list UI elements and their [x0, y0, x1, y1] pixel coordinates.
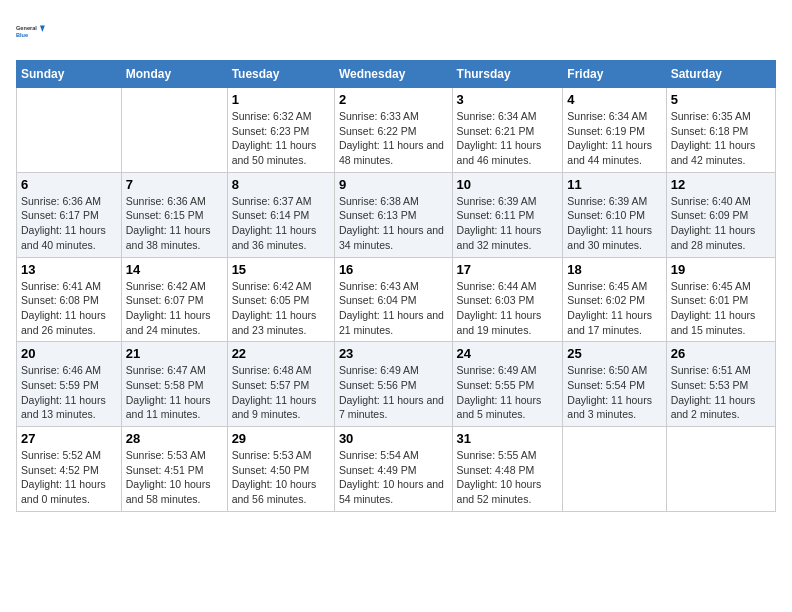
day-cell: 2Sunrise: 6:33 AM Sunset: 6:22 PM Daylig… — [334, 88, 452, 173]
day-number: 12 — [671, 177, 771, 192]
day-info: Sunrise: 5:55 AM Sunset: 4:48 PM Dayligh… — [457, 448, 559, 507]
day-info: Sunrise: 6:42 AM Sunset: 6:05 PM Dayligh… — [232, 279, 330, 338]
day-cell — [17, 88, 122, 173]
day-number: 31 — [457, 431, 559, 446]
day-cell: 31Sunrise: 5:55 AM Sunset: 4:48 PM Dayli… — [452, 427, 563, 512]
day-cell: 6Sunrise: 6:36 AM Sunset: 6:17 PM Daylig… — [17, 172, 122, 257]
day-cell — [563, 427, 666, 512]
day-cell: 8Sunrise: 6:37 AM Sunset: 6:14 PM Daylig… — [227, 172, 334, 257]
day-info: Sunrise: 6:49 AM Sunset: 5:55 PM Dayligh… — [457, 363, 559, 422]
day-number: 19 — [671, 262, 771, 277]
day-cell: 29Sunrise: 5:53 AM Sunset: 4:50 PM Dayli… — [227, 427, 334, 512]
column-header-thursday: Thursday — [452, 61, 563, 88]
day-info: Sunrise: 6:50 AM Sunset: 5:54 PM Dayligh… — [567, 363, 661, 422]
day-number: 11 — [567, 177, 661, 192]
day-number: 16 — [339, 262, 448, 277]
day-cell: 21Sunrise: 6:47 AM Sunset: 5:58 PM Dayli… — [121, 342, 227, 427]
svg-text:Blue: Blue — [16, 32, 28, 38]
day-number: 3 — [457, 92, 559, 107]
day-number: 27 — [21, 431, 117, 446]
day-number: 15 — [232, 262, 330, 277]
page-header: GeneralBlue — [16, 16, 776, 48]
calendar-header-row: SundayMondayTuesdayWednesdayThursdayFrid… — [17, 61, 776, 88]
day-info: Sunrise: 6:43 AM Sunset: 6:04 PM Dayligh… — [339, 279, 448, 338]
day-info: Sunrise: 6:45 AM Sunset: 6:01 PM Dayligh… — [671, 279, 771, 338]
day-cell: 27Sunrise: 5:52 AM Sunset: 4:52 PM Dayli… — [17, 427, 122, 512]
day-cell: 3Sunrise: 6:34 AM Sunset: 6:21 PM Daylig… — [452, 88, 563, 173]
day-info: Sunrise: 6:48 AM Sunset: 5:57 PM Dayligh… — [232, 363, 330, 422]
day-number: 30 — [339, 431, 448, 446]
day-cell — [121, 88, 227, 173]
day-info: Sunrise: 6:38 AM Sunset: 6:13 PM Dayligh… — [339, 194, 448, 253]
day-info: Sunrise: 6:39 AM Sunset: 6:10 PM Dayligh… — [567, 194, 661, 253]
day-info: Sunrise: 6:34 AM Sunset: 6:21 PM Dayligh… — [457, 109, 559, 168]
column-header-friday: Friday — [563, 61, 666, 88]
day-number: 23 — [339, 346, 448, 361]
day-number: 13 — [21, 262, 117, 277]
column-header-saturday: Saturday — [666, 61, 775, 88]
week-row-5: 27Sunrise: 5:52 AM Sunset: 4:52 PM Dayli… — [17, 427, 776, 512]
day-number: 5 — [671, 92, 771, 107]
day-number: 4 — [567, 92, 661, 107]
day-info: Sunrise: 6:37 AM Sunset: 6:14 PM Dayligh… — [232, 194, 330, 253]
day-info: Sunrise: 6:32 AM Sunset: 6:23 PM Dayligh… — [232, 109, 330, 168]
day-info: Sunrise: 6:42 AM Sunset: 6:07 PM Dayligh… — [126, 279, 223, 338]
day-cell: 9Sunrise: 6:38 AM Sunset: 6:13 PM Daylig… — [334, 172, 452, 257]
day-number: 22 — [232, 346, 330, 361]
column-header-monday: Monday — [121, 61, 227, 88]
day-cell: 20Sunrise: 6:46 AM Sunset: 5:59 PM Dayli… — [17, 342, 122, 427]
day-cell: 7Sunrise: 6:36 AM Sunset: 6:15 PM Daylig… — [121, 172, 227, 257]
day-info: Sunrise: 6:49 AM Sunset: 5:56 PM Dayligh… — [339, 363, 448, 422]
day-info: Sunrise: 6:51 AM Sunset: 5:53 PM Dayligh… — [671, 363, 771, 422]
day-number: 9 — [339, 177, 448, 192]
svg-marker-2 — [40, 26, 45, 32]
day-info: Sunrise: 6:34 AM Sunset: 6:19 PM Dayligh… — [567, 109, 661, 168]
day-number: 14 — [126, 262, 223, 277]
day-cell: 22Sunrise: 6:48 AM Sunset: 5:57 PM Dayli… — [227, 342, 334, 427]
day-cell: 11Sunrise: 6:39 AM Sunset: 6:10 PM Dayli… — [563, 172, 666, 257]
day-info: Sunrise: 6:40 AM Sunset: 6:09 PM Dayligh… — [671, 194, 771, 253]
day-info: Sunrise: 6:35 AM Sunset: 6:18 PM Dayligh… — [671, 109, 771, 168]
day-info: Sunrise: 6:36 AM Sunset: 6:17 PM Dayligh… — [21, 194, 117, 253]
column-header-sunday: Sunday — [17, 61, 122, 88]
day-cell: 15Sunrise: 6:42 AM Sunset: 6:05 PM Dayli… — [227, 257, 334, 342]
logo: GeneralBlue — [16, 16, 48, 48]
day-info: Sunrise: 5:53 AM Sunset: 4:50 PM Dayligh… — [232, 448, 330, 507]
day-number: 28 — [126, 431, 223, 446]
day-cell: 17Sunrise: 6:44 AM Sunset: 6:03 PM Dayli… — [452, 257, 563, 342]
day-cell: 4Sunrise: 6:34 AM Sunset: 6:19 PM Daylig… — [563, 88, 666, 173]
day-info: Sunrise: 6:41 AM Sunset: 6:08 PM Dayligh… — [21, 279, 117, 338]
column-header-wednesday: Wednesday — [334, 61, 452, 88]
day-cell: 18Sunrise: 6:45 AM Sunset: 6:02 PM Dayli… — [563, 257, 666, 342]
day-info: Sunrise: 6:39 AM Sunset: 6:11 PM Dayligh… — [457, 194, 559, 253]
day-info: Sunrise: 6:33 AM Sunset: 6:22 PM Dayligh… — [339, 109, 448, 168]
day-cell: 13Sunrise: 6:41 AM Sunset: 6:08 PM Dayli… — [17, 257, 122, 342]
day-cell: 19Sunrise: 6:45 AM Sunset: 6:01 PM Dayli… — [666, 257, 775, 342]
day-cell: 16Sunrise: 6:43 AM Sunset: 6:04 PM Dayli… — [334, 257, 452, 342]
day-number: 2 — [339, 92, 448, 107]
week-row-4: 20Sunrise: 6:46 AM Sunset: 5:59 PM Dayli… — [17, 342, 776, 427]
day-number: 21 — [126, 346, 223, 361]
day-cell: 12Sunrise: 6:40 AM Sunset: 6:09 PM Dayli… — [666, 172, 775, 257]
day-cell — [666, 427, 775, 512]
day-number: 10 — [457, 177, 559, 192]
calendar-table: SundayMondayTuesdayWednesdayThursdayFrid… — [16, 60, 776, 512]
day-number: 25 — [567, 346, 661, 361]
week-row-2: 6Sunrise: 6:36 AM Sunset: 6:17 PM Daylig… — [17, 172, 776, 257]
day-cell: 1Sunrise: 6:32 AM Sunset: 6:23 PM Daylig… — [227, 88, 334, 173]
day-number: 29 — [232, 431, 330, 446]
day-number: 8 — [232, 177, 330, 192]
day-cell: 5Sunrise: 6:35 AM Sunset: 6:18 PM Daylig… — [666, 88, 775, 173]
week-row-3: 13Sunrise: 6:41 AM Sunset: 6:08 PM Dayli… — [17, 257, 776, 342]
day-number: 17 — [457, 262, 559, 277]
svg-text:General: General — [16, 25, 37, 31]
day-number: 6 — [21, 177, 117, 192]
day-info: Sunrise: 5:53 AM Sunset: 4:51 PM Dayligh… — [126, 448, 223, 507]
day-info: Sunrise: 5:54 AM Sunset: 4:49 PM Dayligh… — [339, 448, 448, 507]
day-info: Sunrise: 6:44 AM Sunset: 6:03 PM Dayligh… — [457, 279, 559, 338]
day-info: Sunrise: 6:47 AM Sunset: 5:58 PM Dayligh… — [126, 363, 223, 422]
day-cell: 26Sunrise: 6:51 AM Sunset: 5:53 PM Dayli… — [666, 342, 775, 427]
day-number: 7 — [126, 177, 223, 192]
day-number: 24 — [457, 346, 559, 361]
day-cell: 28Sunrise: 5:53 AM Sunset: 4:51 PM Dayli… — [121, 427, 227, 512]
